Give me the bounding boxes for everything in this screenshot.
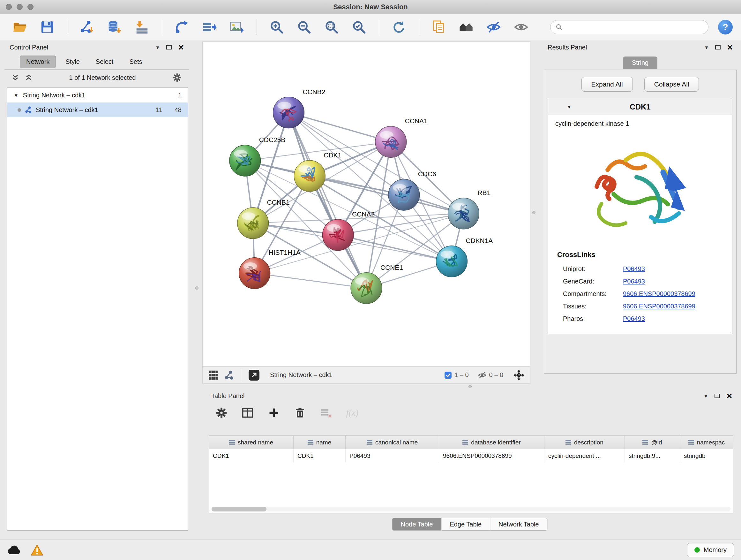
network-node-cdk1[interactable]: CDK1	[294, 151, 341, 192]
import-network-file-button[interactable]	[78, 18, 96, 36]
zoom-out-button[interactable]	[295, 18, 313, 36]
zoom-in-button[interactable]	[268, 18, 286, 36]
fit-content-button[interactable]	[323, 18, 340, 36]
bottom-splitter-handle[interactable]	[468, 385, 472, 388]
function-builder-button[interactable]: f(x)	[346, 407, 359, 419]
tab-node-table[interactable]: Node Table	[392, 518, 442, 531]
table-cell[interactable]: P06493	[346, 449, 439, 462]
memory-button[interactable]: Memory	[687, 543, 734, 557]
copy-button[interactable]	[430, 18, 448, 36]
float-panel-icon[interactable]	[715, 45, 721, 50]
table-cell[interactable]: cyclin-dependent ...	[544, 449, 625, 462]
close-panel-icon[interactable]: ×	[727, 44, 733, 51]
scrollbar-thumb[interactable]	[212, 507, 266, 511]
delete-table-button[interactable]	[320, 407, 333, 419]
tab-select[interactable]: Select	[89, 56, 120, 68]
gear-icon[interactable]	[172, 73, 182, 82]
tab-edge-table[interactable]: Edge Table	[441, 518, 490, 531]
refresh-view-button[interactable]	[390, 18, 408, 36]
table-row[interactable]: CDK1 CDK1 P06493 9606.ENSP00000378699 cy…	[209, 449, 733, 462]
selected-checkbox-icon[interactable]	[444, 371, 452, 379]
table-cell[interactable]: CDK1	[209, 449, 293, 462]
help-button[interactable]: ?	[718, 20, 733, 35]
tree-expand-icon[interactable]: ▼	[14, 92, 18, 98]
network-node-cdkn1a[interactable]: CDKN1A	[436, 237, 493, 277]
string-network-graph[interactable]: CCNB2CCNA1CDC25BCDK1CDC6RB1CCNB1CCNA2CDK…	[203, 42, 530, 366]
network-edge[interactable]	[288, 113, 366, 288]
search-input[interactable]	[550, 20, 709, 34]
chevrons-down-icon[interactable]	[11, 74, 19, 81]
search-field[interactable]	[566, 23, 703, 31]
hidden-eye-slash-icon[interactable]	[478, 371, 487, 380]
table-cell[interactable]: CDK1	[293, 449, 346, 462]
save-session-button[interactable]	[38, 18, 56, 36]
close-panel-icon[interactable]: ×	[726, 393, 732, 399]
birdseye-grid-icon[interactable]	[208, 370, 219, 380]
zoom-selected-button[interactable]	[350, 18, 368, 36]
tab-style[interactable]: Style	[59, 56, 86, 68]
chevrons-up-icon[interactable]	[25, 74, 32, 81]
horizontal-scrollbar[interactable]	[212, 507, 731, 511]
pan-crosshair-icon[interactable]	[514, 370, 524, 381]
network-edge[interactable]	[338, 235, 452, 261]
float-panel-icon[interactable]	[715, 394, 720, 398]
collapse-all-button[interactable]: Collapse All	[644, 77, 699, 91]
window-controls[interactable]	[6, 4, 33, 10]
import-network-database-button[interactable]	[106, 18, 124, 36]
network-edge[interactable]	[310, 176, 463, 213]
network-edge[interactable]	[255, 273, 366, 288]
collapse-panel-icon[interactable]: ▼	[155, 45, 160, 50]
home-button[interactable]	[457, 18, 475, 36]
table-cell[interactable]: stringdb:9...	[625, 449, 680, 462]
export-view-icon[interactable]	[248, 369, 260, 381]
float-panel-icon[interactable]	[166, 45, 172, 50]
show-columns-button[interactable]	[241, 407, 254, 419]
warning-icon[interactable]	[30, 544, 44, 556]
network-node-hist1h1a[interactable]: HIST1H1A	[239, 249, 300, 289]
minimize-window-button[interactable]	[17, 4, 23, 10]
collapse-panel-icon[interactable]: ▼	[704, 45, 709, 50]
table-cell[interactable]: 9606.ENSP00000378699	[439, 449, 544, 462]
new-network-from-selection-button[interactable]	[173, 18, 191, 36]
tab-network[interactable]: Network	[20, 56, 56, 68]
network-view-canvas[interactable]: CCNB2CCNA1CDC25BCDK1CDC6RB1CCNB1CCNA2CDK…	[202, 42, 530, 367]
table-cell[interactable]: stringdb	[680, 449, 733, 462]
collapse-panel-icon[interactable]: ▼	[704, 393, 709, 399]
column-header[interactable]: description	[544, 436, 625, 449]
left-splitter-handle[interactable]	[195, 287, 199, 290]
column-header[interactable]: database identifier	[439, 436, 544, 449]
show-all-button[interactable]	[512, 18, 530, 36]
network-node-ccnb1[interactable]: CCNB1	[238, 199, 290, 239]
column-header[interactable]: name	[293, 436, 346, 449]
import-table-button[interactable]	[133, 18, 151, 36]
cloud-icon[interactable]	[7, 545, 21, 556]
collapse-gene-icon[interactable]: ▼	[567, 104, 571, 110]
close-panel-icon[interactable]: ×	[178, 44, 184, 51]
tab-network-table[interactable]: Network Table	[490, 518, 547, 531]
network-edge[interactable]	[288, 113, 391, 142]
expand-all-button[interactable]: Expand All	[582, 77, 633, 91]
add-column-button[interactable]	[267, 407, 280, 419]
network-node-cdc6[interactable]: CDC6	[388, 170, 436, 210]
tissues-link[interactable]: 9606.ENSP00000378699	[623, 303, 695, 310]
column-header[interactable]: @id	[625, 436, 680, 449]
right-splitter-handle[interactable]	[532, 211, 536, 214]
network-collection-row[interactable]: ▼ String Network – cdk1 1	[7, 88, 188, 103]
delete-column-button[interactable]	[293, 407, 307, 419]
tab-sets[interactable]: Sets	[123, 56, 148, 68]
column-header[interactable]: canonical name	[346, 436, 439, 449]
hide-selected-button[interactable]	[485, 18, 502, 36]
table-settings-button[interactable]	[215, 407, 228, 419]
tab-string[interactable]: String	[623, 57, 657, 69]
genecard-link[interactable]: P06493	[623, 278, 645, 285]
export-table-button[interactable]	[200, 18, 218, 36]
close-window-button[interactable]	[6, 4, 12, 10]
network-row-selected[interactable]: String Network – cdk1 11 48	[7, 103, 188, 117]
share-network-icon[interactable]	[224, 370, 234, 380]
export-image-button[interactable]	[228, 18, 246, 36]
network-node-ccnb2[interactable]: CCNB2	[273, 88, 326, 128]
open-session-button[interactable]	[11, 18, 29, 36]
column-header[interactable]: shared name	[209, 436, 293, 449]
network-node-ccna1[interactable]: CCNA1	[375, 117, 428, 158]
compartments-link[interactable]: 9606.ENSP00000378699	[623, 290, 695, 298]
